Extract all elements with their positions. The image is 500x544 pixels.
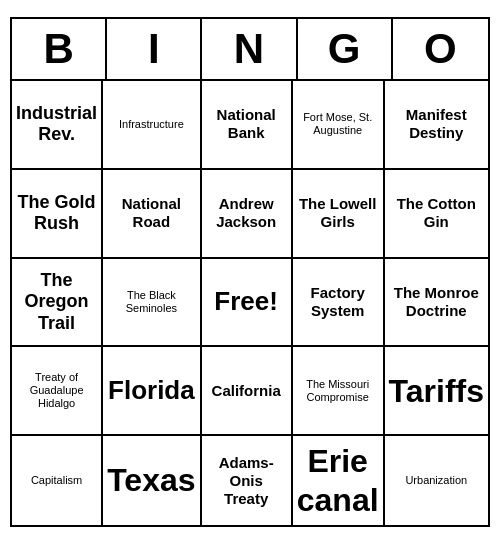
cell-text-4: Manifest Destiny: [389, 106, 484, 142]
bingo-grid: Industrial Rev.InfrastructureNational Ba…: [12, 81, 488, 525]
cell-text-10: The Oregon Trail: [16, 270, 97, 335]
cell-text-16: Florida: [108, 375, 195, 406]
bingo-cell-3[interactable]: Fort Mose, St. Augustine: [293, 81, 385, 170]
bingo-cell-1[interactable]: Infrastructure: [103, 81, 201, 170]
cell-text-8: The Lowell Girls: [297, 195, 379, 231]
bingo-cell-2[interactable]: National Bank: [202, 81, 293, 170]
bingo-cell-0[interactable]: Industrial Rev.: [12, 81, 103, 170]
header-letter-g: G: [298, 19, 393, 79]
bingo-cell-21[interactable]: Texas: [103, 436, 201, 525]
header-letter-b: B: [12, 19, 107, 79]
bingo-cell-19[interactable]: Tariffs: [385, 347, 488, 436]
bingo-cell-23[interactable]: Erie canal: [293, 436, 385, 525]
bingo-cell-10[interactable]: The Oregon Trail: [12, 259, 103, 348]
cell-text-14: The Monroe Doctrine: [389, 284, 484, 320]
bingo-cell-8[interactable]: The Lowell Girls: [293, 170, 385, 259]
bingo-cell-12[interactable]: Free!: [202, 259, 293, 348]
bingo-cell-18[interactable]: The Missouri Compromise: [293, 347, 385, 436]
cell-text-12: Free!: [214, 286, 278, 317]
cell-text-19: Tariffs: [389, 372, 484, 410]
bingo-header: BINGO: [12, 19, 488, 81]
bingo-cell-13[interactable]: Factory System: [293, 259, 385, 348]
cell-text-5: The Gold Rush: [16, 192, 97, 235]
bingo-cell-20[interactable]: Capitalism: [12, 436, 103, 525]
cell-text-24: Urbanization: [405, 474, 467, 487]
header-letter-o: O: [393, 19, 488, 79]
bingo-cell-15[interactable]: Treaty of Guadalupe Hidalgo: [12, 347, 103, 436]
cell-text-21: Texas: [107, 461, 195, 499]
cell-text-1: Infrastructure: [119, 118, 184, 131]
cell-text-7: Andrew Jackson: [206, 195, 287, 231]
bingo-cell-11[interactable]: The Black Seminoles: [103, 259, 201, 348]
bingo-cell-22[interactable]: Adams-Onis Treaty: [202, 436, 293, 525]
bingo-cell-16[interactable]: Florida: [103, 347, 201, 436]
cell-text-22: Adams-Onis Treaty: [206, 454, 287, 508]
cell-text-15: Treaty of Guadalupe Hidalgo: [16, 371, 97, 411]
cell-text-18: The Missouri Compromise: [297, 378, 379, 404]
bingo-cell-24[interactable]: Urbanization: [385, 436, 488, 525]
cell-text-6: National Road: [107, 195, 195, 231]
cell-text-23: Erie canal: [297, 442, 379, 519]
bingo-cell-7[interactable]: Andrew Jackson: [202, 170, 293, 259]
bingo-cell-14[interactable]: The Monroe Doctrine: [385, 259, 488, 348]
cell-text-17: California: [212, 382, 281, 400]
bingo-cell-9[interactable]: The Cotton Gin: [385, 170, 488, 259]
cell-text-3: Fort Mose, St. Augustine: [297, 111, 379, 137]
cell-text-0: Industrial Rev.: [16, 103, 97, 146]
header-letter-n: N: [202, 19, 297, 79]
header-letter-i: I: [107, 19, 202, 79]
bingo-cell-17[interactable]: California: [202, 347, 293, 436]
cell-text-2: National Bank: [206, 106, 287, 142]
bingo-cell-5[interactable]: The Gold Rush: [12, 170, 103, 259]
bingo-cell-4[interactable]: Manifest Destiny: [385, 81, 488, 170]
bingo-cell-6[interactable]: National Road: [103, 170, 201, 259]
bingo-card: BINGO Industrial Rev.InfrastructureNatio…: [10, 17, 490, 527]
cell-text-9: The Cotton Gin: [389, 195, 484, 231]
cell-text-20: Capitalism: [31, 474, 82, 487]
cell-text-11: The Black Seminoles: [107, 289, 195, 315]
cell-text-13: Factory System: [297, 284, 379, 320]
